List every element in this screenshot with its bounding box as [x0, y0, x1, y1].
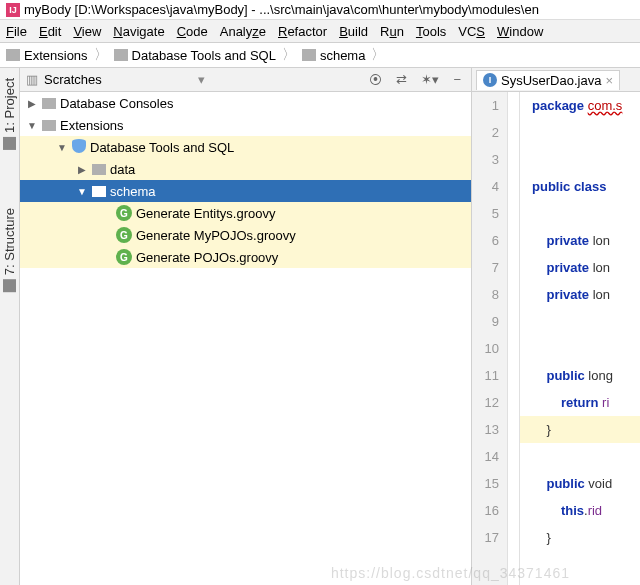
editor-panel: I SysUserDao.java × 12345678910111213141…	[472, 68, 640, 585]
tree-row-db-tools[interactable]: ▼ Database Tools and SQL	[20, 136, 471, 158]
tree-row-groovy[interactable]: G Generate Entitys.groovy	[20, 202, 471, 224]
chevron-down-icon[interactable]: ▼	[56, 142, 68, 153]
groovy-icon: G	[116, 205, 132, 221]
menu-refactor[interactable]: Refactor	[278, 24, 327, 39]
gear-icon[interactable]: ✶▾	[417, 72, 443, 87]
chevron-right-icon: 〉	[369, 46, 387, 64]
chevron-down-icon[interactable]: ▾	[198, 72, 205, 87]
chevron-down-icon[interactable]: ▼	[76, 186, 88, 197]
database-icon	[72, 139, 86, 155]
folder-icon	[92, 164, 106, 175]
tree-row-extensions[interactable]: ▼ Extensions	[20, 114, 471, 136]
scratches-icon: ▥	[26, 72, 38, 87]
menu-view[interactable]: View	[73, 24, 101, 39]
split-icon[interactable]: ⇄	[392, 72, 411, 87]
menu-vcs[interactable]: VCS	[458, 24, 485, 39]
menu-analyze[interactable]: Analyze	[220, 24, 266, 39]
breadcrumb-bar: Extensions 〉 Database Tools and SQL 〉 sc…	[0, 42, 640, 68]
code-area[interactable]: package com.s public class private lon p…	[520, 92, 640, 585]
tree-row-groovy[interactable]: G Generate POJOs.groovy	[20, 246, 471, 268]
editor-tab[interactable]: I SysUserDao.java ×	[476, 70, 620, 90]
groovy-icon: G	[116, 249, 132, 265]
folder-icon	[42, 120, 56, 131]
window-title-bar: IJ myBody [D:\Workspaces\java\myBody] - …	[0, 0, 640, 20]
chevron-right-icon: 〉	[280, 46, 298, 64]
minimize-icon[interactable]: −	[449, 72, 465, 87]
menu-tools[interactable]: Tools	[416, 24, 446, 39]
groovy-icon: G	[116, 227, 132, 243]
target-icon[interactable]: ⦿	[365, 72, 386, 87]
breadcrumb-item[interactable]: schema	[320, 48, 366, 63]
menu-window[interactable]: Window	[497, 24, 543, 39]
side-tab-structure[interactable]: 7: Structure	[2, 208, 17, 292]
menu-bar: File Edit View Navigate Code Analyze Ref…	[0, 20, 640, 42]
editor-tab-bar: I SysUserDao.java ×	[472, 68, 640, 92]
tree-label: Generate MyPOJOs.groovy	[136, 228, 296, 243]
line-number-gutter: 1234567891011121314151617	[472, 92, 508, 585]
menu-run[interactable]: Run	[380, 24, 404, 39]
folder-icon	[92, 186, 106, 197]
chevron-right-icon[interactable]: ▶	[76, 164, 88, 175]
editor-body[interactable]: 1234567891011121314151617 package com.s …	[472, 92, 640, 585]
chevron-down-icon[interactable]: ▼	[26, 120, 38, 131]
close-icon[interactable]: ×	[605, 73, 613, 88]
chevron-right-icon[interactable]: ▶	[26, 98, 38, 109]
structure-icon	[3, 279, 16, 292]
tree-header-title[interactable]: Scratches	[44, 72, 102, 87]
folder-icon	[302, 49, 316, 61]
left-side-strip: 1: Project 7: Structure	[0, 68, 20, 585]
folder-icon	[114, 49, 128, 61]
tree-label: schema	[110, 184, 156, 199]
tree-label: Generate Entitys.groovy	[136, 206, 275, 221]
tree-label: Generate POJOs.groovy	[136, 250, 278, 265]
tree-label: Database Tools and SQL	[90, 140, 234, 155]
tab-label: SysUserDao.java	[501, 73, 601, 88]
menu-build[interactable]: Build	[339, 24, 368, 39]
menu-code[interactable]: Code	[177, 24, 208, 39]
tree-label: Extensions	[60, 118, 124, 133]
interface-icon: I	[483, 73, 497, 87]
tree-row-data[interactable]: ▶ data	[20, 158, 471, 180]
tree-row-db-consoles[interactable]: ▶ Database Consoles	[20, 92, 471, 114]
tree-row-schema[interactable]: ▼ schema	[20, 180, 471, 202]
breadcrumb-item[interactable]: Extensions	[24, 48, 88, 63]
project-tree-panel: ▥ Scratches ▾ ⦿ ⇄ ✶▾ − ▶ Database Consol…	[20, 68, 472, 585]
folder-icon	[6, 49, 20, 61]
gutter-marks	[508, 92, 520, 585]
intellij-icon: IJ	[6, 3, 20, 17]
window-title: myBody [D:\Workspaces\java\myBody] - ...…	[24, 2, 539, 17]
tree-label: Database Consoles	[60, 96, 173, 111]
breadcrumb-item[interactable]: Database Tools and SQL	[132, 48, 276, 63]
menu-navigate[interactable]: Navigate	[113, 24, 164, 39]
folder-icon	[42, 98, 56, 109]
tree-label: data	[110, 162, 135, 177]
tree-body[interactable]: ▶ Database Consoles ▼ Extensions ▼ Datab…	[20, 92, 471, 585]
chevron-right-icon: 〉	[92, 46, 110, 64]
side-tab-project[interactable]: 1: Project	[2, 78, 17, 150]
tree-header: ▥ Scratches ▾ ⦿ ⇄ ✶▾ −	[20, 68, 471, 92]
tree-row-groovy[interactable]: G Generate MyPOJOs.groovy	[20, 224, 471, 246]
menu-edit[interactable]: Edit	[39, 24, 61, 39]
menu-file[interactable]: File	[6, 24, 27, 39]
watermark: https://blog.csdtnet/qq_34371461	[331, 565, 570, 581]
project-icon	[3, 137, 16, 150]
